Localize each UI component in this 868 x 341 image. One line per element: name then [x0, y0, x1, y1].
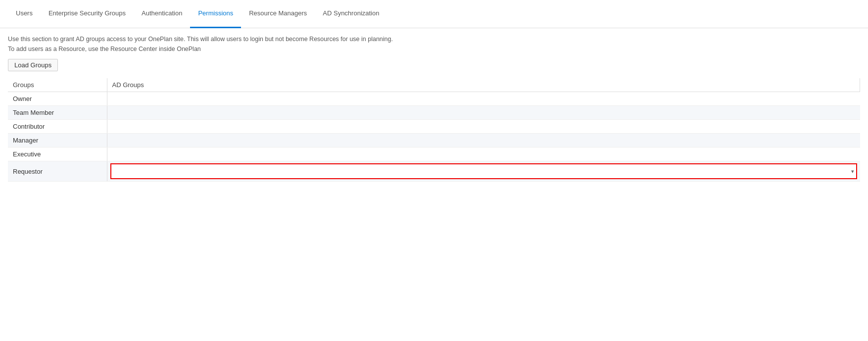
description-line1: Use this section to grant AD groups acce… [8, 34, 860, 44]
tab-enterprise-security-groups[interactable]: Enterprise Security Groups [41, 0, 134, 28]
tab-users[interactable]: Users [8, 0, 41, 28]
ad-group-cell-owner [107, 92, 860, 106]
ad-group-cell-contributor [107, 120, 860, 134]
table-row-executive: Executive [8, 147, 860, 161]
ad-group-cell-requestor[interactable]: ▾ [107, 161, 860, 182]
table-row-requestor: Requestor▾ [8, 161, 860, 182]
dropdown-wrapper-requestor[interactable]: ▾ [110, 163, 857, 179]
table-row-owner: Owner [8, 92, 860, 106]
group-label-manager: Manager [8, 134, 107, 147]
ad-group-cell-team-member [107, 106, 860, 120]
col-ad-groups: AD Groups [107, 78, 860, 92]
group-label-executive: Executive [8, 147, 107, 161]
description-line2: To add users as a Resource, use the Reso… [8, 44, 860, 54]
tab-authentication[interactable]: Authentication [134, 0, 190, 28]
tab-bar: UsersEnterprise Security GroupsAuthentic… [0, 0, 868, 28]
group-label-contributor: Contributor [8, 120, 107, 134]
tab-ad-synchronization[interactable]: AD Synchronization [315, 0, 387, 28]
description: Use this section to grant AD groups acce… [8, 34, 860, 54]
tab-permissions[interactable]: Permissions [190, 0, 241, 28]
table-row-manager: Manager [8, 134, 860, 147]
ad-group-cell-manager [107, 134, 860, 147]
dropdown-input-requestor[interactable] [110, 163, 857, 179]
col-groups: Groups [8, 78, 107, 92]
group-label-owner: Owner [8, 92, 107, 106]
group-label-requestor: Requestor [8, 161, 107, 182]
groups-table-wrapper: Groups AD Groups OwnerTeam MemberContrib… [8, 78, 860, 182]
main-content: Use this section to grant AD groups acce… [0, 28, 868, 188]
group-label-team-member: Team Member [8, 106, 107, 120]
table-row-contributor: Contributor [8, 120, 860, 134]
table-header-row: Groups AD Groups [8, 78, 860, 92]
groups-table: Groups AD Groups OwnerTeam MemberContrib… [8, 78, 860, 182]
tab-resource-managers[interactable]: Resource Managers [241, 0, 315, 28]
load-groups-button[interactable]: Load Groups [8, 59, 58, 71]
ad-group-cell-executive [107, 147, 860, 161]
table-row-team-member: Team Member [8, 106, 860, 120]
